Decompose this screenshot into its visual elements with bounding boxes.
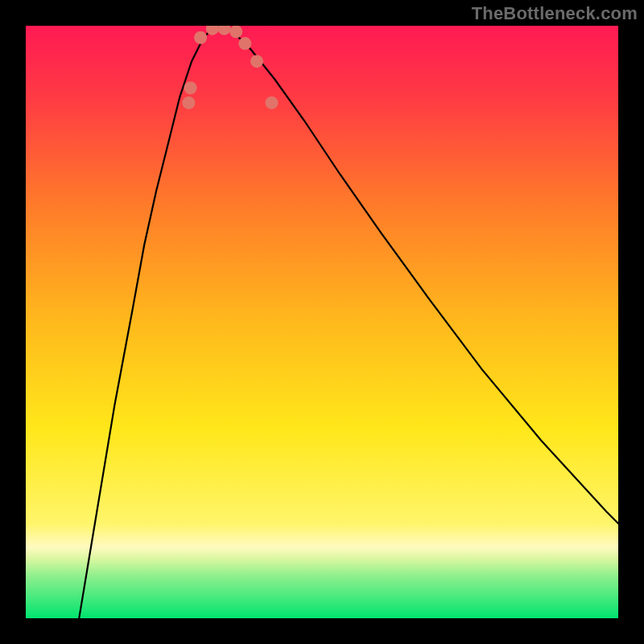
marker-point-8 — [265, 97, 278, 109]
chart-frame — [26, 26, 618, 618]
marker-point-5 — [229, 26, 242, 38]
chart-svg — [26, 26, 618, 618]
marker-point-1 — [184, 81, 197, 94]
marker-point-0 — [182, 97, 195, 109]
watermark-text: TheBottleneck.com — [472, 3, 638, 24]
marker-point-2 — [194, 31, 207, 44]
gradient-background — [26, 26, 618, 618]
marker-point-7 — [250, 55, 263, 68]
marker-point-6 — [238, 37, 251, 50]
